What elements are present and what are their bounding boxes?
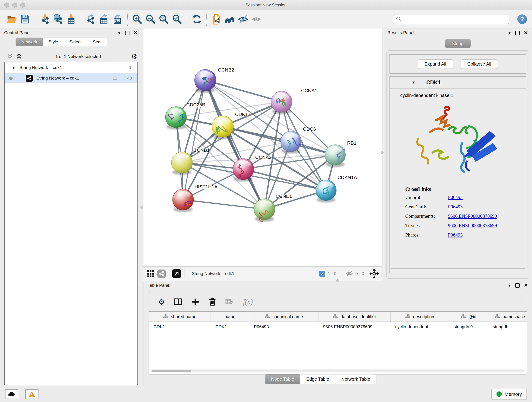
- first-neighbors-button[interactable]: [223, 12, 236, 26]
- close-panel-icon[interactable]: ✕: [524, 30, 528, 36]
- expand-all-button[interactable]: Expand All: [418, 59, 453, 69]
- selected-nodes-checkbox-icon[interactable]: ✓: [319, 271, 325, 277]
- expand-all-icon[interactable]: [7, 53, 13, 60]
- open-in-new-window-icon[interactable]: [172, 269, 181, 278]
- panel-menu-icon[interactable]: ▼: [118, 31, 121, 35]
- column-header-database-identifier[interactable]: database identifier: [318, 312, 391, 322]
- network-node-CCNB2[interactable]: [195, 70, 216, 93]
- collapse-all-icon[interactable]: [16, 53, 22, 60]
- network-tree-row[interactable]: ▼ String Network – cdk1 1: [5, 62, 138, 73]
- collapse-caret-icon[interactable]: ▼: [12, 66, 15, 70]
- zoom-selected-button[interactable]: [171, 12, 184, 26]
- float-panel-icon[interactable]: [125, 31, 129, 35]
- import-network-database-button[interactable]: [51, 12, 65, 26]
- table-cell[interactable]: CDK1: [149, 322, 211, 332]
- network-edge[interactable]: [205, 80, 264, 209]
- tab-select[interactable]: Select: [64, 38, 87, 46]
- open-session-button[interactable]: [5, 12, 18, 26]
- bottom-splitter-handle[interactable]: [336, 279, 339, 282]
- network-options-gear-icon[interactable]: ⚙: [131, 53, 137, 60]
- network-node-CCNA1[interactable]: [271, 91, 292, 114]
- export-network-button[interactable]: [84, 12, 98, 26]
- panel-menu-icon[interactable]: ▼: [508, 283, 511, 287]
- scrollbar-thumb[interactable]: [152, 370, 191, 372]
- table-cell[interactable]: cyclin-dependent ...: [391, 322, 449, 332]
- column-header-name[interactable]: name: [211, 312, 249, 322]
- new-network-from-selection-button[interactable]: [210, 12, 223, 26]
- crosslink-link[interactable]: P06493: [448, 232, 462, 238]
- network-node-CCNE1[interactable]: [254, 199, 275, 222]
- cloud-status-button[interactable]: [5, 389, 18, 399]
- network-node-CDC6[interactable]: [281, 131, 301, 153]
- birdseye-navigator-icon[interactable]: [370, 269, 379, 278]
- float-panel-icon[interactable]: [515, 31, 520, 35]
- network-graph[interactable]: CCNB2CCNA1CDC25BCDK1CDC6RB1CCNB1CCNA2CDK…: [143, 28, 382, 266]
- column-header-shared-name[interactable]: shared name: [149, 312, 211, 322]
- hide-selected-button[interactable]: [236, 12, 250, 26]
- network-edge[interactable]: [223, 127, 335, 155]
- import-table-file-button[interactable]: [65, 12, 78, 26]
- warnings-button[interactable]: [25, 389, 38, 399]
- network-node-CDK1[interactable]: [212, 116, 234, 139]
- save-session-button[interactable]: [18, 12, 32, 26]
- grid-view-icon[interactable]: [146, 269, 155, 278]
- column-header--id[interactable]: @id: [449, 312, 488, 322]
- zoom-window-button[interactable]: [20, 2, 25, 7]
- tab-sets[interactable]: Sets: [87, 38, 107, 46]
- tab-network[interactable]: Network: [16, 38, 43, 46]
- network-node-CCNB1[interactable]: [171, 152, 192, 175]
- network-node-CDC25B[interactable]: [165, 107, 186, 129]
- network-node-RB1[interactable]: [325, 145, 346, 167]
- zoom-in-button[interactable]: [131, 12, 144, 26]
- close-panel-icon[interactable]: ✕: [133, 30, 138, 36]
- column-header-namespace[interactable]: namespace: [488, 312, 527, 322]
- network-canvas[interactable]: CCNB2CCNA1CDC25BCDK1CDC6RB1CCNB1CCNA2CDK…: [143, 28, 382, 266]
- table-cell[interactable]: 9606.ENSP00000378699: [318, 322, 391, 332]
- crosslink-link[interactable]: 9606.ENSP00000378699: [448, 213, 497, 219]
- network-edge[interactable]: [183, 80, 205, 200]
- search-input[interactable]: [393, 14, 509, 24]
- table-cell[interactable]: stringdb:9...: [449, 322, 488, 332]
- crosslink-link[interactable]: 9606.ENSP00000378699: [448, 223, 497, 229]
- network-badge-icon[interactable]: [157, 269, 166, 278]
- network-node-CCNA2[interactable]: [233, 159, 254, 182]
- network-node-CDKN1A[interactable]: [316, 180, 336, 202]
- zoom-out-button[interactable]: [144, 12, 157, 26]
- tab-string[interactable]: String: [445, 39, 471, 48]
- minimize-window-button[interactable]: [12, 2, 17, 7]
- show-columns-icon[interactable]: [174, 298, 182, 306]
- apply-preferred-layout-button[interactable]: [190, 12, 203, 26]
- table-cell[interactable]: CDK1: [211, 322, 249, 332]
- memory-button[interactable]: Memory: [491, 389, 527, 400]
- delete-column-trash-icon[interactable]: [209, 298, 216, 306]
- column-header-canonical-name[interactable]: canonical name: [249, 312, 318, 322]
- show-all-button[interactable]: [250, 12, 263, 26]
- panel-menu-icon[interactable]: ▼: [508, 31, 511, 35]
- help-button[interactable]: ?: [517, 14, 527, 24]
- export-table-button[interactable]: [98, 12, 111, 26]
- tab-style[interactable]: Style: [43, 38, 64, 46]
- table-horizontal-scrollbar[interactable]: [151, 370, 525, 372]
- crosslink-link[interactable]: P06493: [448, 204, 462, 210]
- network-edge[interactable]: [183, 200, 264, 209]
- network-node-HIST1H1A[interactable]: [172, 189, 194, 212]
- create-column-plus-icon[interactable]: [191, 298, 199, 306]
- network-tree-row[interactable]: String Network – cdk1 11 48: [5, 73, 138, 83]
- tab-edge-table[interactable]: Edge Table: [300, 374, 336, 384]
- tab-network-table[interactable]: Network Table: [336, 374, 376, 384]
- float-panel-icon[interactable]: [515, 283, 520, 288]
- collapse-all-button[interactable]: Collapse All: [461, 59, 498, 69]
- table-cell[interactable]: P06493: [249, 322, 318, 332]
- table-row[interactable]: CDK1CDK1P064939606.ENSP00000378699cyclin…: [149, 322, 527, 332]
- right-splitter-handle[interactable]: [380, 151, 384, 154]
- table-cell[interactable]: stringdb: [488, 322, 527, 332]
- zoom-fit-button[interactable]: [157, 12, 171, 26]
- close-window-button[interactable]: [4, 2, 9, 7]
- close-panel-icon[interactable]: ✕: [524, 283, 528, 288]
- tab-node-table[interactable]: Node Table: [265, 374, 300, 384]
- crosslink-link[interactable]: P06493: [448, 195, 462, 200]
- table-options-gear-icon[interactable]: ⚙: [158, 298, 165, 306]
- column-header-description[interactable]: description: [391, 312, 449, 322]
- left-splitter-handle[interactable]: [140, 206, 143, 209]
- node-section-header[interactable]: ▼ CDK1: [390, 77, 526, 89]
